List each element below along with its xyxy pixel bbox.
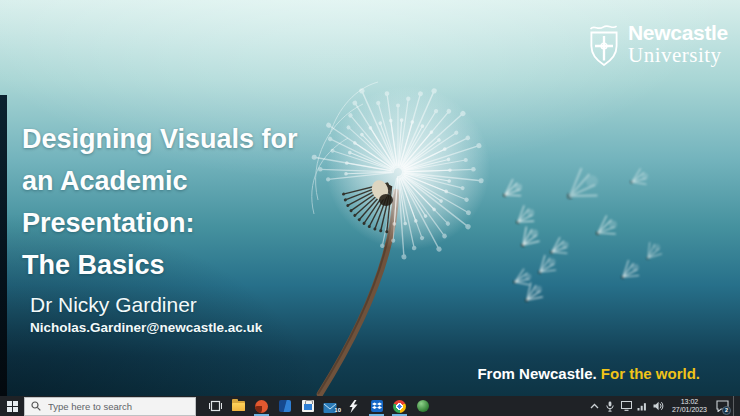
task-view-button[interactable] (204, 396, 227, 416)
store-icon (302, 400, 314, 412)
chrome-icon (393, 400, 406, 413)
desktop-screen: Newcastle University Designing Visuals f… (0, 0, 740, 416)
clock-time: 13:02 (672, 398, 707, 406)
green-orb-icon (417, 400, 429, 412)
notification-center-button[interactable]: 2 (714, 398, 730, 414)
network-tray-button[interactable] (636, 398, 649, 414)
slide-left-edge-strip (0, 95, 7, 396)
dropbox-icon (371, 400, 383, 412)
tagline-for-the-world: For the world. (601, 365, 700, 382)
slide-title: Designing Visuals for an Academic Presen… (22, 118, 298, 286)
mail-unread-badge: 10 (334, 407, 341, 413)
file-explorer-icon (232, 401, 245, 411)
display-icon (621, 401, 632, 411)
start-button[interactable] (0, 396, 24, 416)
slide-canvas[interactable]: Newcastle University Designing Visuals f… (0, 0, 740, 396)
presenter-email: Nicholas.Gardiner@newcastle.ac.uk (30, 320, 262, 335)
dandelion-photo (268, 42, 698, 396)
notification-badge: 2 (722, 406, 731, 415)
title-line-3: Presentation: (22, 202, 298, 244)
lightning-icon (349, 400, 358, 413)
system-tray: 13:02 27/01/2023 2 (588, 396, 740, 416)
word-icon (279, 400, 291, 412)
title-line-2: an Academic (22, 160, 298, 202)
clock-date: 27/01/2023 (672, 406, 707, 414)
title-line-1: Designing Visuals for (22, 118, 298, 160)
display-tray-button[interactable] (620, 398, 633, 414)
presenter-name: Dr Nicky Gardiner (30, 293, 197, 317)
title-line-4: The Basics (22, 244, 298, 286)
university-logo: Newcastle University (586, 22, 728, 70)
network-icon (637, 402, 647, 411)
file-explorer-button[interactable] (227, 396, 250, 416)
store-button[interactable] (296, 396, 319, 416)
university-tagline: From Newcastle. For the world. (477, 365, 700, 382)
chrome-button[interactable] (388, 396, 411, 416)
windows-taskbar: 10 (0, 396, 740, 416)
powerpoint-button[interactable] (250, 396, 273, 416)
logo-subtitle: University (628, 45, 728, 66)
taskbar-search[interactable] (24, 397, 196, 416)
green-app-button[interactable] (411, 396, 434, 416)
windows-logo-icon (7, 401, 18, 412)
tagline-from-newcastle: From Newcastle. (477, 365, 596, 382)
microphone-icon (606, 401, 614, 412)
search-input[interactable] (46, 400, 170, 413)
dropbox-button[interactable] (365, 396, 388, 416)
word-button[interactable] (273, 396, 296, 416)
microphone-tray-button[interactable] (604, 398, 617, 414)
logo-title: Newcastle (628, 22, 728, 43)
chevron-up-icon (590, 403, 599, 409)
tray-overflow-button[interactable] (588, 398, 601, 414)
powerpoint-icon (255, 400, 268, 413)
search-icon (31, 401, 41, 411)
volume-tray-button[interactable] (652, 398, 665, 414)
show-desktop-button[interactable] (733, 396, 737, 416)
volume-icon (653, 401, 664, 411)
tray-clock[interactable]: 13:02 27/01/2023 (672, 398, 707, 414)
university-shield-icon (586, 22, 622, 70)
task-view-icon (209, 400, 222, 412)
lightning-app-button[interactable] (342, 396, 365, 416)
mail-button[interactable]: 10 (319, 396, 342, 416)
